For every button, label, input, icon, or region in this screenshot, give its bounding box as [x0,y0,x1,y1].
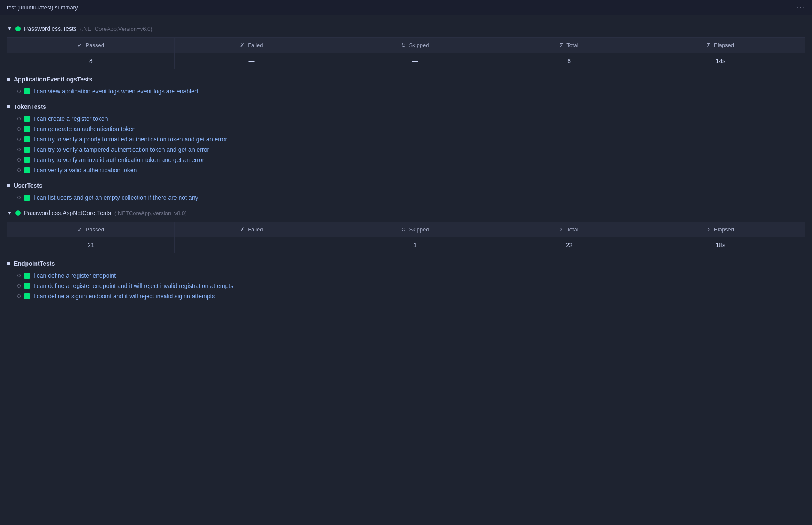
test-item: I can try to verify an invalid authentic… [17,155,805,165]
suite-status-icon-1 [15,26,21,31]
suite-version-1: (.NETCoreApp,Version=v6.0) [80,26,153,32]
skipped-value-2: 1 [328,237,502,253]
test-item: I can define a register endpoint [17,270,805,281]
circle-bullet-icon [17,148,21,151]
test-item: I can create a register token [17,114,805,124]
pass-icon [24,293,30,299]
total-value-1: 8 [502,53,636,69]
col-skipped-1: ↻ Skipped [328,38,502,53]
chevron-down-icon-2[interactable]: ▼ [7,210,12,216]
test-list: I can define a register endpoint I can d… [7,270,805,301]
pass-icon [24,157,30,163]
suite-version-2: (.NETCoreApp,Version=v8.0) [114,210,187,216]
group-label: ApplicationEventLogsTests [14,76,92,83]
skipped-value-1: — [328,53,502,69]
pass-icon [24,116,30,122]
test-item: I can try to verify a poorly formatted a… [17,134,805,144]
test-name[interactable]: I can try to verify an invalid authentic… [33,156,204,163]
circle-bullet-icon [17,117,21,120]
circle-bullet-icon [17,196,21,199]
col-failed-2: ✗ Failed [174,222,328,237]
elapsed-value-1: 14s [636,53,805,69]
group-label: EndpointTests [14,260,55,267]
test-item: I can generate an authentication token [17,124,805,134]
circle-bullet-icon [17,274,21,277]
test-name[interactable]: I can try to verify a tampered authentic… [33,146,209,153]
test-name[interactable]: I can create a register token [33,115,108,122]
test-item: I can try to verify a tampered authentic… [17,144,805,155]
pass-icon [24,273,30,279]
page-title: test (ubuntu-latest) summary [7,4,78,11]
bullet-icon [7,184,10,187]
test-name[interactable]: I can verify a valid authentication toke… [33,167,137,174]
test-name[interactable]: I can try to verify a poorly formatted a… [33,136,227,143]
pass-icon [24,195,30,201]
pass-icon [24,283,30,289]
test-name[interactable]: I can define a signin endpoint and it wi… [33,293,215,300]
test-item: I can view application event logs when e… [17,86,805,96]
pass-icon [24,167,30,173]
suite-status-icon-2 [15,210,21,216]
test-name[interactable]: I can define a register endpoint [33,272,116,279]
test-list: I can list users and get an empty collec… [7,192,805,203]
elapsed-value-2: 18s [636,237,805,253]
test-item: I can list users and get an empty collec… [17,192,805,203]
more-options-button[interactable]: ··· [797,3,805,11]
group-label: TokenTests [14,103,46,110]
suite-header-1: ▼ Passwordless.Tests (.NETCoreApp,Versio… [7,25,805,32]
circle-bullet-icon [17,127,21,131]
pass-icon [24,147,30,153]
pass-icon [24,88,30,94]
circle-bullet-icon [17,138,21,141]
bullet-icon [7,105,10,108]
test-name[interactable]: I can list users and get an empty collec… [33,194,198,201]
group-label: UserTests [14,182,42,189]
test-list: I can create a register token I can gene… [7,114,805,175]
circle-bullet-icon [17,90,21,93]
group-application-event-logs: ApplicationEventLogsTests I can view app… [7,76,805,96]
suite-name-1: Passwordless.Tests [24,25,77,32]
col-passed-1: ✓ Passed [7,38,175,53]
col-passed-2: ✓ Passed [7,222,175,237]
col-elapsed-1: Σ Elapsed [636,38,805,53]
bullet-icon [7,78,10,81]
main-content: ▼ Passwordless.Tests (.NETCoreApp,Versio… [0,15,812,315]
suite-name-2: Passwordless.AspNetCore.Tests [24,210,111,216]
circle-bullet-icon [17,158,21,162]
passed-value-1: 8 [7,53,175,69]
circle-bullet-icon [17,168,21,172]
group-user-tests: UserTests I can list users and get an em… [7,182,805,203]
title-bar: test (ubuntu-latest) summary ··· [0,0,812,15]
col-total-1: Σ Total [502,38,636,53]
bullet-icon [7,262,10,265]
stats-table-1: ✓ Passed ✗ Failed ↻ Skipped Σ Total Σ El… [7,37,805,69]
pass-icon [24,126,30,132]
test-name[interactable]: I can define a register endpoint and it … [33,282,233,289]
test-name[interactable]: I can view application event logs when e… [33,88,198,95]
test-item: I can define a signin endpoint and it wi… [17,291,805,301]
suite-header-2: ▼ Passwordless.AspNetCore.Tests (.NETCor… [7,210,805,216]
test-item: I can verify a valid authentication toke… [17,165,805,175]
col-skipped-2: ↻ Skipped [328,222,502,237]
stats-row-2: 21 — 1 22 18s [7,237,805,253]
passed-value-2: 21 [7,237,175,253]
stats-table-2: ✓ Passed ✗ Failed ↻ Skipped Σ Total Σ El… [7,222,805,253]
test-list: I can view application event logs when e… [7,86,805,96]
group-endpoint-tests: EndpointTests I can define a register en… [7,260,805,301]
col-total-2: Σ Total [502,222,636,237]
circle-bullet-icon [17,294,21,298]
pass-icon [24,136,30,142]
group-token-tests: TokenTests I can create a register token… [7,103,805,175]
total-value-2: 22 [502,237,636,253]
failed-value-1: — [174,53,328,69]
col-elapsed-2: Σ Elapsed [636,222,805,237]
chevron-down-icon[interactable]: ▼ [7,26,12,32]
test-item: I can define a register endpoint and it … [17,281,805,291]
failed-value-2: — [174,237,328,253]
col-failed-1: ✗ Failed [174,38,328,53]
circle-bullet-icon [17,284,21,288]
stats-row-1: 8 — — 8 14s [7,53,805,69]
test-name[interactable]: I can generate an authentication token [33,126,135,132]
